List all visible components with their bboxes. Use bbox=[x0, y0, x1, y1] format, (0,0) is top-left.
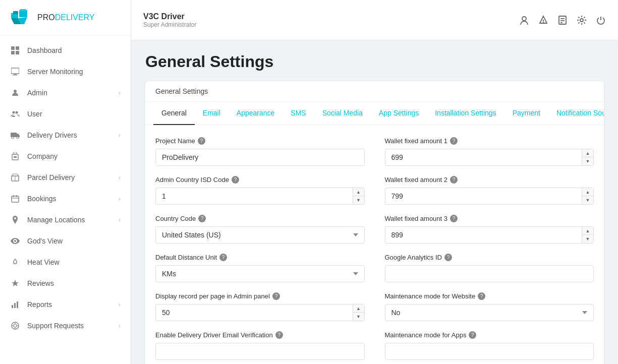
help-icon-maintenance-apps[interactable]: ? bbox=[469, 331, 476, 339]
sidebar-item-admin[interactable]: Admin › bbox=[0, 82, 131, 103]
spinner-isd: ▲ ▼ bbox=[155, 188, 365, 205]
form-group-google-analytics: Google Analytics ID ? bbox=[385, 254, 594, 282]
help-icon-maintenance-website[interactable]: ? bbox=[478, 292, 485, 300]
svg-rect-7 bbox=[16, 46, 19, 50]
main-content: V3C Driver Super Administrator General S… bbox=[131, 0, 618, 364]
input-google-analytics[interactable] bbox=[385, 265, 594, 282]
spinner-down-wallet-1[interactable]: ▼ bbox=[582, 157, 593, 165]
sidebar-item-gods-view[interactable]: God's View bbox=[0, 230, 131, 252]
input-driver-email-verify[interactable] bbox=[155, 343, 365, 360]
input-wallet-3[interactable] bbox=[385, 226, 582, 244]
sidebar-item-label: Parcel Delivery bbox=[27, 173, 119, 181]
sidebar-item-bookings[interactable]: Bookings › bbox=[0, 188, 131, 209]
svg-rect-8 bbox=[11, 51, 15, 54]
input-isd-code[interactable] bbox=[155, 188, 353, 205]
tab-general[interactable]: General bbox=[153, 102, 195, 125]
spinner-up-wallet-2[interactable]: ▲ bbox=[582, 188, 593, 196]
alert-icon[interactable] bbox=[538, 15, 548, 25]
help-icon-isd-code[interactable]: ? bbox=[232, 176, 239, 184]
sidebar-item-label: User bbox=[27, 110, 121, 118]
chevron-right-icon: › bbox=[119, 174, 121, 180]
tab-app-settings[interactable]: App Settings bbox=[371, 102, 427, 125]
help-icon-driver-email-verify[interactable]: ? bbox=[275, 331, 283, 339]
sidebar-item-manage-locations[interactable]: Manage Locations › bbox=[0, 209, 131, 230]
sidebar-item-dashboard[interactable]: Dashboard bbox=[0, 40, 131, 61]
spinner-up-display-record[interactable]: ▲ bbox=[353, 305, 364, 313]
label-wallet-2: Wallet fixed amount 2 ? bbox=[385, 176, 594, 184]
topbar-user-info: V3C Driver Super Administrator bbox=[143, 12, 196, 28]
form-group-maintenance-website: Maintenance mode for Website ? No Yes bbox=[385, 292, 594, 321]
svg-rect-21 bbox=[15, 156, 17, 158]
tab-installation-settings[interactable]: Installation Settings bbox=[427, 102, 504, 125]
spinner-wallet-3: ▲ ▼ bbox=[385, 226, 594, 244]
input-display-record[interactable] bbox=[155, 304, 353, 321]
tab-social-media[interactable]: Social Media bbox=[314, 102, 371, 125]
label-driver-email-verify: Enable Delivery Driver Email Verificatio… bbox=[155, 331, 365, 339]
spinner-down-display-record[interactable]: ▼ bbox=[353, 313, 364, 321]
select-country-code[interactable]: United States (US) United Kingdom (UK) C… bbox=[155, 226, 365, 244]
select-distance-unit[interactable]: KMs Miles bbox=[155, 265, 365, 282]
spinner-up-wallet-3[interactable]: ▲ bbox=[582, 227, 593, 235]
settings-icon[interactable] bbox=[577, 15, 587, 25]
label-project-name: Project Name ? bbox=[155, 137, 365, 145]
select-maintenance-website[interactable]: No Yes bbox=[385, 304, 594, 321]
svg-point-15 bbox=[16, 111, 18, 114]
help-icon-wallet-2[interactable]: ? bbox=[450, 176, 458, 184]
svg-rect-25 bbox=[12, 196, 19, 202]
spinner-down-isd[interactable]: ▼ bbox=[353, 196, 364, 204]
sidebar-item-label: Reports bbox=[27, 300, 119, 309]
logo-icon bbox=[10, 8, 32, 27]
sidebar-item-label: Admin bbox=[27, 89, 119, 97]
help-icon-wallet-3[interactable]: ? bbox=[450, 215, 458, 222]
label-maintenance-website: Maintenance mode for Website ? bbox=[385, 292, 594, 300]
tab-email[interactable]: Email bbox=[195, 102, 229, 125]
spinner-up-isd[interactable]: ▲ bbox=[353, 188, 364, 196]
sidebar-item-user[interactable]: User bbox=[0, 103, 131, 125]
help-icon-distance-unit[interactable]: ? bbox=[219, 254, 227, 261]
tab-payment[interactable]: Payment bbox=[504, 102, 548, 125]
chevron-right-icon: › bbox=[119, 323, 121, 329]
sidebar-item-server-monitoring[interactable]: Server Monitoring bbox=[0, 61, 131, 82]
svg-point-14 bbox=[13, 111, 15, 114]
input-wallet-1[interactable] bbox=[385, 149, 582, 166]
sidebar: PRODELIVERY Dashboard Server Monitoring … bbox=[0, 0, 131, 364]
chevron-right-icon: › bbox=[119, 196, 121, 202]
input-project-name[interactable] bbox=[155, 149, 365, 166]
spinner-down-wallet-2[interactable]: ▼ bbox=[582, 196, 593, 204]
chevron-right-icon: › bbox=[119, 90, 121, 96]
spinner-up-wallet-1[interactable]: ▲ bbox=[582, 149, 593, 157]
notes-icon[interactable] bbox=[557, 15, 568, 25]
help-icon-country-code[interactable]: ? bbox=[198, 215, 206, 222]
label-country-code: Country Code ? bbox=[155, 215, 365, 222]
sidebar-item-delivery-drivers[interactable]: Delivery Drivers › bbox=[0, 125, 131, 146]
input-wallet-2[interactable] bbox=[385, 188, 582, 205]
svg-rect-6 bbox=[11, 46, 15, 50]
tab-notification-sound[interactable]: Notification Sound bbox=[548, 102, 604, 125]
power-icon[interactable] bbox=[596, 15, 606, 25]
sidebar-item-reviews[interactable]: Reviews bbox=[0, 273, 131, 294]
profile-icon[interactable] bbox=[519, 15, 529, 25]
help-icon-wallet-1[interactable]: ? bbox=[450, 137, 458, 145]
sidebar-item-support-requests[interactable]: Support Requests › bbox=[0, 315, 131, 336]
svg-rect-16 bbox=[11, 133, 17, 137]
form-group-isd-code: Admin Country ISD Code ? ▲ ▼ bbox=[155, 176, 365, 205]
page-content: General Settings General Settings Genera… bbox=[131, 40, 618, 364]
help-icon-google-analytics[interactable]: ? bbox=[444, 254, 452, 261]
tab-sms[interactable]: SMS bbox=[283, 102, 314, 125]
svg-rect-12 bbox=[13, 75, 18, 76]
sidebar-item-company[interactable]: Company bbox=[0, 146, 131, 167]
chart-icon bbox=[10, 299, 20, 310]
help-icon-display-record[interactable]: ? bbox=[272, 292, 280, 300]
sidebar-item-parcel-delivery[interactable]: Parcel Delivery › bbox=[0, 167, 131, 188]
sidebar-item-reports[interactable]: Reports › bbox=[0, 294, 131, 315]
input-maintenance-apps[interactable] bbox=[385, 343, 594, 360]
spinner-down-wallet-3[interactable]: ▼ bbox=[582, 235, 593, 243]
sidebar-item-label: Dashboard bbox=[27, 46, 121, 54]
sidebar-item-heat-view[interactable]: Heat View bbox=[0, 252, 131, 273]
sidebar-item-label: God's View bbox=[27, 237, 121, 245]
svg-point-13 bbox=[14, 90, 17, 93]
tab-appearance[interactable]: Appearance bbox=[229, 102, 283, 125]
help-icon-project-name[interactable]: ? bbox=[198, 137, 205, 145]
person-group-icon bbox=[10, 109, 20, 119]
sidebar-item-label: Manage Locations bbox=[27, 216, 119, 224]
